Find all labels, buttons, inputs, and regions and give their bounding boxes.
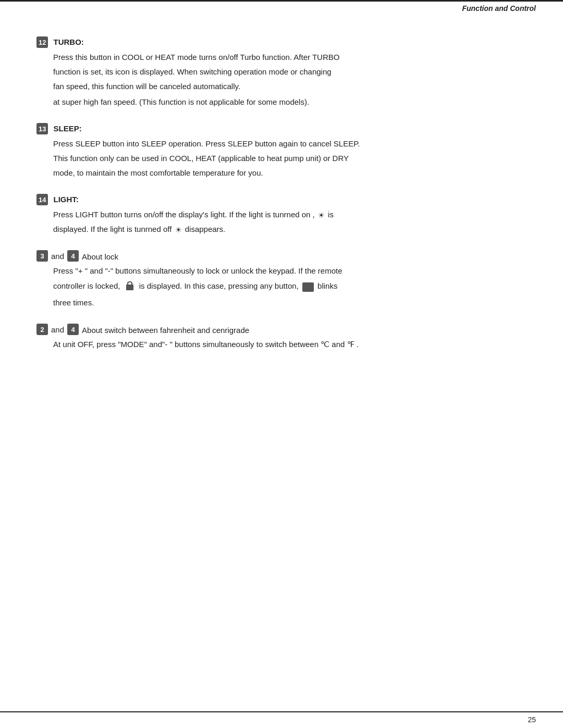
- badge-14: 14: [36, 194, 48, 205]
- top-border: [0, 0, 563, 2]
- lock-line-2: controller is locked, is displayed. In t…: [53, 279, 527, 294]
- section-3-4-body: Press "+ " and "-" buttons simultaneousl…: [53, 265, 527, 309]
- badge-12: 12: [36, 36, 48, 48]
- section-3-4-header: 3 and 4 About lock: [36, 250, 527, 262]
- badge-2: 2: [36, 324, 48, 335]
- lock-svg-1: [125, 279, 135, 291]
- section-14: 14 LIGHT: Press LIGHT button turns on/of…: [36, 194, 527, 236]
- badge-4: 4: [67, 250, 79, 262]
- svg-rect-0: [126, 285, 133, 290]
- section-13-header: 13 SLEEP:: [36, 123, 527, 134]
- temp-line-1: At unit OFF, press "MODE" and"- " button…: [53, 338, 527, 351]
- lock-line-1: Press "+ " and "-" buttons simultaneousl…: [53, 265, 527, 277]
- lock-icon-1: [125, 279, 135, 294]
- header-title: Function and Control: [462, 4, 536, 13]
- section-14-header: 14 LIGHT:: [36, 194, 527, 205]
- main-content: 12 TURBO: Press this button in COOL or H…: [36, 36, 527, 697]
- section-2-4-temp: 2 and 4 About switch between fahrenheit …: [36, 324, 527, 351]
- section-14-body: Press LIGHT button turns on/off the disp…: [53, 208, 527, 236]
- and-label: and: [51, 252, 64, 261]
- section-3-4-lock: 3 and 4 About lock Press "+ " and "-" bu…: [36, 250, 527, 309]
- section-13-line-3: mode, to maintain the most comfortable t…: [53, 167, 527, 179]
- lock-filled-icon: [302, 282, 314, 292]
- section-12-body: Press this button in COOL or HEAT mode t…: [53, 51, 527, 108]
- section-13-line-2: This function only can be used in COOL, …: [53, 152, 527, 165]
- section-13-line-1: Press SLEEP button into SLEEP operation.…: [53, 138, 527, 150]
- section-2-4-header: 2 and 4 About switch between fahrenheit …: [36, 324, 527, 335]
- and-label-2: and: [51, 325, 64, 334]
- section-2-4-title: About switch between fahrenheit and cenr…: [82, 325, 249, 335]
- page-number: 25: [528, 715, 536, 724]
- badge-13: 13: [36, 123, 48, 134]
- section-12-header: 12 TURBO:: [36, 36, 527, 48]
- section-13-body: Press SLEEP button into SLEEP operation.…: [53, 138, 527, 179]
- section-12-line-4: at super high fan speed. (This function …: [53, 96, 527, 108]
- section-2-4-body: At unit OFF, press "MODE" and"- " button…: [53, 338, 527, 351]
- bottom-border: [0, 711, 563, 712]
- section-14-line-1: Press LIGHT button turns on/off the disp…: [53, 208, 527, 221]
- section-12-line-1: Press this button in COOL or HEAT mode t…: [53, 51, 527, 64]
- section-3-4-title: About lock: [82, 251, 118, 261]
- section-13-title: SLEEP:: [53, 123, 81, 133]
- section-12: 12 TURBO: Press this button in COOL or H…: [36, 36, 527, 108]
- page-header: Function and Control: [462, 4, 536, 13]
- badge-3: 3: [36, 250, 48, 262]
- section-12-line-2: function is set, its icon is displayed. …: [53, 66, 527, 78]
- section-12-line-3: fan speed, this function will be cancele…: [53, 80, 527, 93]
- badge-4b: 4: [67, 324, 79, 335]
- section-14-line-2: displayed. If the light is tunrned off ☀…: [53, 223, 527, 236]
- bulb-off-icon: ☀: [175, 224, 182, 236]
- bulb-on-icon: ☀: [318, 209, 325, 221]
- lock-line-3: three times.: [53, 297, 527, 309]
- section-13: 13 SLEEP: Press SLEEP button into SLEEP …: [36, 123, 527, 179]
- section-12-title: TURBO:: [53, 36, 83, 46]
- section-14-title: LIGHT:: [53, 194, 78, 204]
